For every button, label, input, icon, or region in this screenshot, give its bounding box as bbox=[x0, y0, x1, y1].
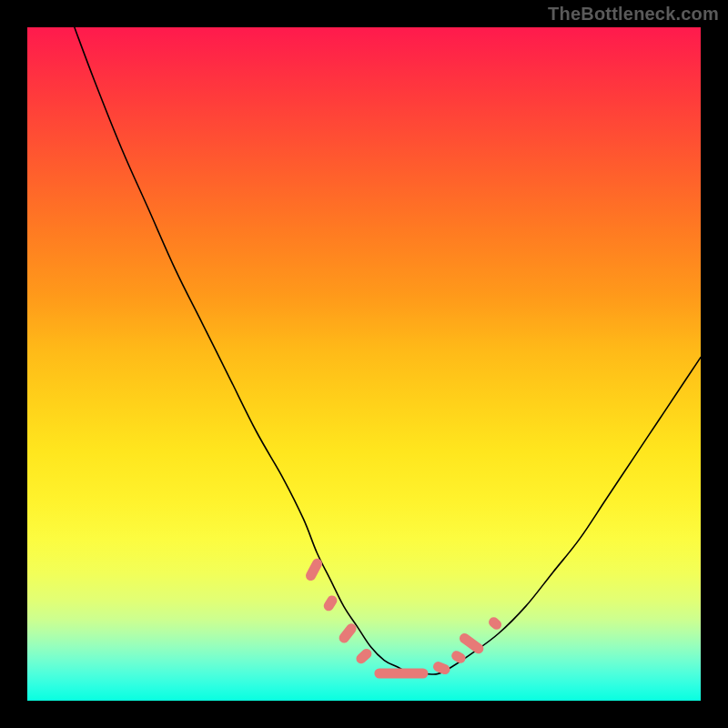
accent-mark bbox=[322, 593, 339, 612]
chart-plot-area bbox=[27, 27, 701, 701]
accent-mark bbox=[304, 557, 324, 582]
accent-mark bbox=[450, 649, 468, 665]
accent-mark bbox=[487, 615, 503, 632]
accent-mark bbox=[374, 669, 428, 679]
accent-mark bbox=[354, 647, 374, 666]
watermark-text: TheBottleneck.com bbox=[548, 4, 719, 25]
curve-accent-markers bbox=[27, 27, 701, 701]
accent-mark bbox=[458, 632, 485, 655]
accent-mark bbox=[337, 622, 358, 644]
accent-mark bbox=[431, 661, 450, 676]
chart-frame: TheBottleneck.com bbox=[0, 0, 728, 728]
